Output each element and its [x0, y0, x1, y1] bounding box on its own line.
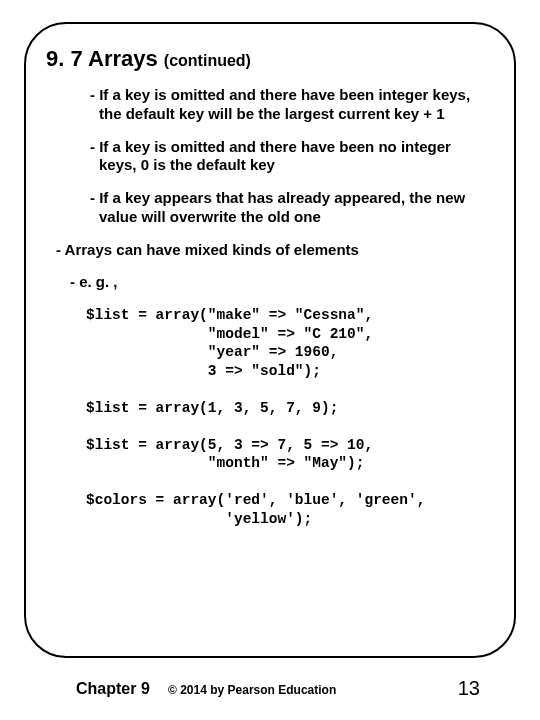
- code-block: $list = array("make" => "Cessna", "model…: [86, 306, 494, 529]
- footer-chapter: Chapter 9: [76, 680, 150, 698]
- slide-frame: 9. 7 Arrays (continued) - If a key is om…: [24, 22, 516, 658]
- bullet-key-duplicate: - If a key appears that has already appe…: [90, 189, 494, 227]
- slide-title: 9. 7 Arrays (continued): [46, 46, 494, 72]
- slide-footer: Chapter 9 © 2014 by Pearson Education 13: [0, 672, 540, 702]
- bullet-key-omitted-integer: - If a key is omitted and there have bee…: [90, 86, 494, 124]
- bullet-key-omitted-none: - If a key is omitted and there have bee…: [90, 138, 494, 176]
- bullet-example-label: - e. g. ,: [70, 273, 494, 292]
- bullet-mixed-elements: - Arrays can have mixed kinds of element…: [56, 241, 494, 260]
- title-main: 9. 7 Arrays: [46, 46, 164, 71]
- footer-page-number: 13: [458, 677, 480, 700]
- footer-copyright: © 2014 by Pearson Education: [168, 683, 336, 697]
- title-continued: (continued): [164, 52, 251, 69]
